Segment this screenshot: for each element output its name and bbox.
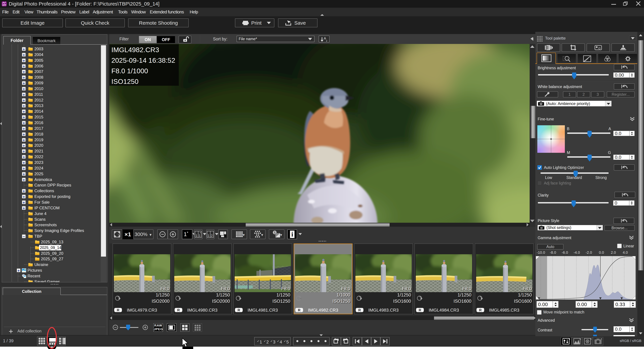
svg-text:!: !: [274, 231, 276, 234]
svg-text:A: A: [324, 36, 326, 40]
svg-text:2: 2: [211, 234, 213, 238]
svg-text:DPP: DPP: [2, 4, 6, 6]
svg-text:1: 1: [196, 234, 198, 238]
svg-text:z: z: [326, 39, 327, 42]
svg-text:1: 1: [208, 234, 210, 238]
svg-text:1: 1: [199, 234, 200, 238]
svg-text:×: ×: [200, 231, 201, 234]
